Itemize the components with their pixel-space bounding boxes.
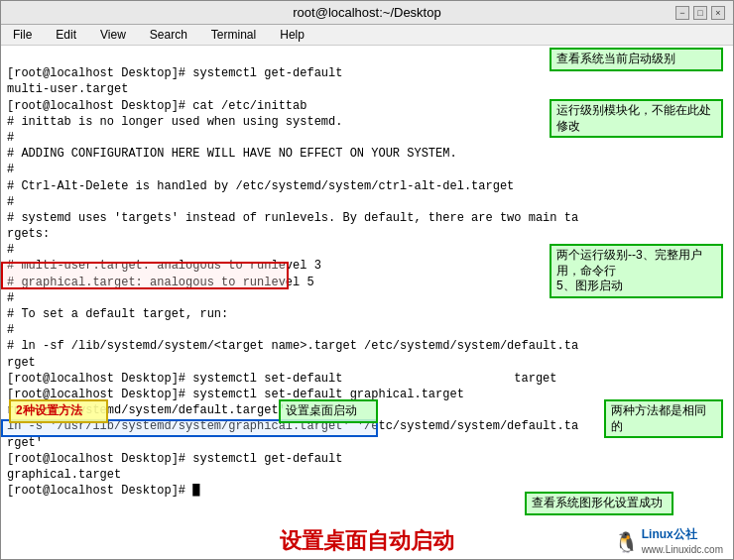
linuxidc-logo: 🐧 Linux公社 www.Linuxidc.com: [614, 526, 723, 557]
annotation-view-runlevel: 查看系统当前启动级别: [550, 48, 723, 71]
red-highlight-box: [1, 262, 289, 289]
menu-view[interactable]: View: [96, 27, 130, 43]
menu-terminal[interactable]: Terminal: [207, 27, 260, 43]
title-bar: root@localhost:~/Desktop − □ ×: [1, 1, 733, 25]
terminal-body[interactable]: [root@localhost Desktop]# systemctl get-…: [1, 46, 733, 559]
menu-edit[interactable]: Edit: [52, 27, 80, 43]
annotation-modular: 运行级别模块化，不能在此处修改: [550, 99, 723, 138]
menu-bar: File Edit View Search Terminal Help: [1, 25, 733, 46]
terminal-window: root@localhost:~/Desktop − □ × File Edit…: [0, 0, 734, 560]
linuxidc-text: Linux公社 www.Linuxidc.com: [642, 526, 723, 557]
penguin-icon: 🐧: [614, 528, 639, 556]
annotation-check-success: 查看系统图形化设置成功: [525, 492, 673, 515]
annotation-same-methods: 两种方法都是相同的: [604, 399, 723, 438]
menu-search[interactable]: Search: [146, 27, 191, 43]
annotation-set-desktop: 设置桌面启动: [279, 399, 378, 423]
annotation-two-methods: 2种设置方法: [9, 399, 108, 423]
window-title: root@localhost:~/Desktop: [293, 5, 440, 20]
annotation-two-levels: 两个运行级别--3、完整用户用，命令行5、图形启动: [550, 244, 723, 298]
menu-file[interactable]: File: [9, 27, 36, 43]
close-button[interactable]: ×: [711, 6, 725, 20]
minimize-button[interactable]: −: [675, 6, 689, 20]
menu-help[interactable]: Help: [276, 27, 308, 43]
maximize-button[interactable]: □: [693, 6, 707, 20]
window-controls: − □ ×: [675, 6, 725, 20]
